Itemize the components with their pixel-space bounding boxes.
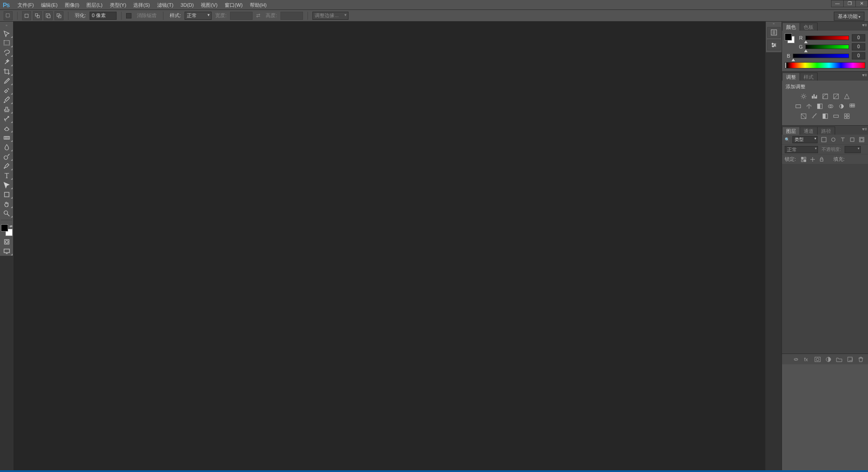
menu-image[interactable]: 图像(I): [61, 0, 83, 10]
eyedropper-tool[interactable]: [0, 76, 13, 86]
zoom-tool[interactable]: [0, 209, 13, 218]
swap-wh-icon[interactable]: ⇄: [256, 13, 260, 18]
paths-tab[interactable]: 路径: [817, 127, 835, 135]
adjustments-tab[interactable]: 调整: [782, 73, 800, 81]
toolbox-grip[interactable]: »: [0, 24, 13, 28]
layer-mask-icon[interactable]: [814, 356, 821, 363]
link-layers-icon[interactable]: [792, 356, 800, 363]
filter-type-icon[interactable]: [839, 136, 846, 143]
levels-icon[interactable]: [810, 93, 818, 100]
feather-input[interactable]: 0 像素: [90, 12, 117, 20]
brush-tool[interactable]: [0, 95, 13, 104]
hue-icon[interactable]: [794, 103, 802, 110]
color-panel-menu-icon[interactable]: ▾≡: [862, 23, 867, 27]
layer-list[interactable]: [782, 164, 868, 354]
curves-icon[interactable]: [821, 93, 829, 100]
canvas-area[interactable]: [14, 22, 765, 472]
lock-pixels-icon[interactable]: [800, 156, 807, 163]
gradientmap-icon[interactable]: [832, 113, 840, 120]
new-layer-icon[interactable]: [846, 356, 854, 363]
layers-panel-menu-icon[interactable]: ▾≡: [862, 127, 867, 132]
screenmode-tool[interactable]: [0, 246, 13, 256]
styles-tab[interactable]: 样式: [800, 73, 818, 81]
photofilter-icon[interactable]: [827, 103, 835, 110]
colorbalance-icon[interactable]: [805, 103, 813, 110]
history-brush-tool[interactable]: [0, 114, 13, 123]
quickmask-tool[interactable]: [0, 237, 13, 246]
hand-tool[interactable]: [0, 199, 13, 209]
workspace-selector[interactable]: 基本功能: [834, 12, 864, 21]
filter-adjust-icon[interactable]: [830, 136, 836, 143]
type-tool[interactable]: [0, 171, 13, 180]
menu-view[interactable]: 视图(V): [197, 0, 221, 10]
tool-preset-icon[interactable]: [4, 11, 13, 20]
refine-edge-button[interactable]: 调整边缘...: [312, 12, 348, 20]
style-select[interactable]: 正常: [185, 12, 212, 20]
antialias-checkbox[interactable]: [126, 13, 131, 18]
lasso-tool[interactable]: [0, 48, 13, 57]
color-tab[interactable]: 颜色: [782, 23, 800, 31]
path-tool[interactable]: [0, 180, 13, 190]
brightness-icon[interactable]: [800, 93, 808, 100]
adjust-panel-menu-icon[interactable]: ▾≡: [862, 73, 867, 77]
menu-type[interactable]: 类型(Y): [106, 0, 130, 10]
delete-layer-icon[interactable]: [857, 356, 864, 363]
blend-mode-select[interactable]: 正常: [785, 146, 818, 153]
g-value[interactable]: 0: [852, 43, 865, 50]
b-slider[interactable]: [793, 54, 849, 58]
layers-tab[interactable]: 图层: [782, 127, 800, 135]
selectivecolor-icon[interactable]: [843, 113, 851, 120]
invert-icon[interactable]: [800, 113, 808, 120]
r-value[interactable]: 0: [852, 34, 865, 41]
gradient-tool[interactable]: [0, 133, 13, 142]
g-slider[interactable]: [805, 45, 849, 49]
menu-filter[interactable]: 滤镜(T): [154, 0, 177, 10]
color-spectrum[interactable]: [785, 62, 865, 68]
filter-shape-icon[interactable]: [849, 136, 856, 143]
marquee-tool[interactable]: [0, 38, 13, 48]
selection-intersect-icon[interactable]: [54, 11, 63, 20]
selection-new-icon[interactable]: [22, 11, 31, 20]
history-panel-icon[interactable]: [767, 27, 781, 38]
channels-tab[interactable]: 通道: [800, 127, 818, 135]
healing-tool[interactable]: [0, 86, 13, 95]
channelmixer-icon[interactable]: [837, 103, 845, 110]
lock-position-icon[interactable]: [809, 156, 816, 163]
menu-3d[interactable]: 3D(D): [177, 0, 197, 10]
layer-filter-select[interactable]: 类型: [792, 136, 818, 143]
vibrance-icon[interactable]: [843, 93, 851, 100]
properties-panel-icon[interactable]: [767, 40, 781, 50]
r-slider[interactable]: [805, 36, 849, 40]
bw-icon[interactable]: [816, 103, 824, 110]
ministrip-grip[interactable]: »: [766, 22, 782, 25]
menu-layer[interactable]: 图层(L): [83, 0, 106, 10]
swap-colors-icon[interactable]: ⇄: [9, 224, 13, 228]
exposure-icon[interactable]: [832, 93, 840, 100]
maximize-button[interactable]: ❐: [843, 0, 856, 7]
filter-smart-icon[interactable]: [859, 136, 865, 143]
shape-tool[interactable]: [0, 190, 13, 199]
panel-fg-color[interactable]: [785, 33, 792, 41]
swatches-tab[interactable]: 色板: [800, 23, 818, 31]
foreground-color[interactable]: [1, 224, 8, 231]
menu-file[interactable]: 文件(F): [14, 0, 37, 10]
threshold-icon[interactable]: [821, 113, 829, 120]
opacity-input[interactable]: [845, 146, 861, 153]
b-value[interactable]: 0: [852, 52, 865, 59]
color-swatches[interactable]: ⇄: [1, 224, 13, 236]
move-tool[interactable]: [0, 29, 13, 38]
new-fill-icon[interactable]: [825, 356, 832, 363]
pen-tool[interactable]: [0, 161, 13, 171]
dodge-tool[interactable]: [0, 152, 13, 161]
close-button[interactable]: ✕: [855, 0, 868, 7]
menu-window[interactable]: 窗口(W): [221, 0, 246, 10]
lock-all-icon[interactable]: [818, 156, 825, 163]
selection-subtract-icon[interactable]: [44, 11, 53, 20]
minimize-button[interactable]: —: [831, 0, 844, 7]
layer-fx-icon[interactable]: fx: [803, 356, 810, 363]
menu-edit[interactable]: 编辑(E): [37, 0, 61, 10]
menu-select[interactable]: 选择(S): [130, 0, 154, 10]
wand-tool[interactable]: [0, 57, 13, 67]
crop-tool[interactable]: [0, 67, 13, 76]
menu-help[interactable]: 帮助(H): [246, 0, 270, 10]
